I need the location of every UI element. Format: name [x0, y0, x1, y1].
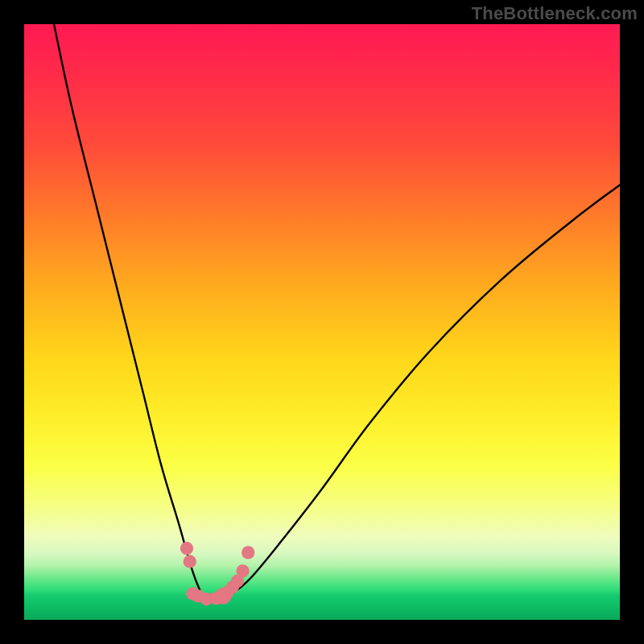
bottleneck-curve — [54, 24, 620, 599]
curve-marker — [180, 542, 193, 555]
curve-marker — [184, 555, 196, 568]
curve-layer — [24, 24, 620, 620]
curve-marker — [242, 546, 254, 559]
watermark-text: TheBottleneck.com — [472, 3, 638, 24]
chart-frame: TheBottleneck.com — [0, 0, 644, 644]
plot-area — [24, 24, 620, 620]
curve-marker — [236, 564, 249, 577]
marker-group — [180, 542, 254, 605]
